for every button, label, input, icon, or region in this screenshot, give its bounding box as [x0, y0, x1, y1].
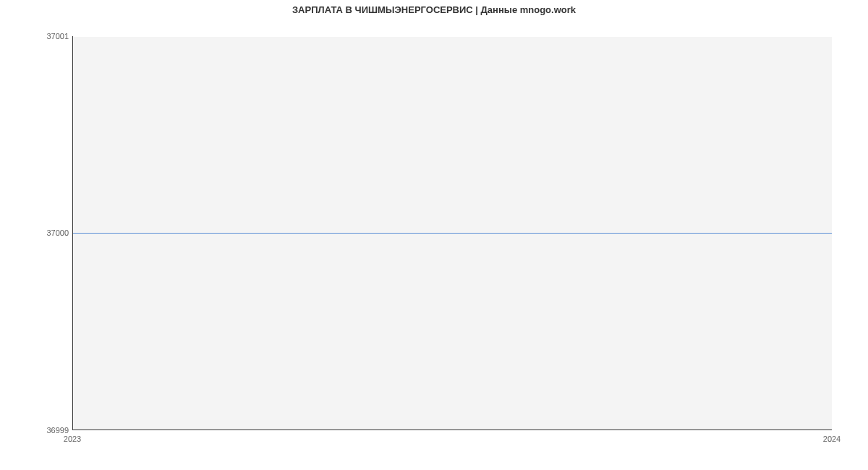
series-line: [73, 233, 832, 234]
plot-area: [72, 36, 832, 430]
y-tick-label: 36999: [33, 426, 69, 435]
x-tick-label: 2024: [823, 435, 841, 443]
x-tick-label: 2023: [64, 435, 81, 443]
gridline-top: [73, 36, 832, 37]
y-tick-label: 37000: [33, 228, 69, 237]
y-tick-label: 37001: [33, 32, 69, 40]
chart-title: ЗАРПЛАТА В ЧИШМЫЭНЕРГОСЕРВИС | Данные mn…: [0, 4, 868, 15]
